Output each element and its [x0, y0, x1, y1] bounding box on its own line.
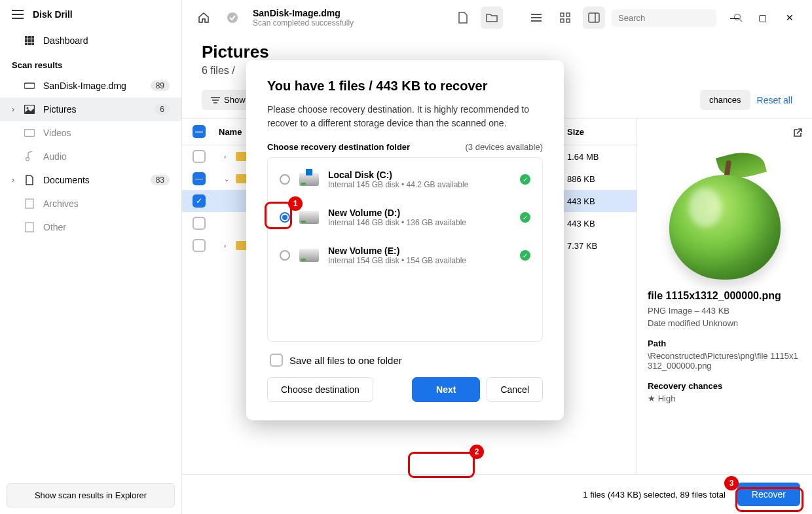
svg-rect-4 [28, 39, 31, 42]
svg-rect-15 [26, 223, 33, 232]
chevron-right-icon[interactable]: › [224, 153, 231, 160]
chances-filter-button[interactable]: chances [700, 90, 750, 110]
disk-icon [299, 249, 319, 262]
search-input[interactable] [618, 13, 728, 23]
select-all-checkbox[interactable]: — [193, 125, 206, 138]
count-badge: 6 [155, 104, 170, 115]
panel-view-icon[interactable] [583, 7, 605, 29]
page-title: Pictures [202, 42, 792, 62]
cell-size: 443 KB [567, 196, 626, 206]
row-checkbox[interactable] [193, 150, 206, 163]
statusbar: 1 files (443 KB) selected, 89 files tota… [182, 474, 812, 514]
choose-destination-button[interactable]: Choose destination [267, 377, 373, 402]
folder-icon[interactable] [481, 7, 503, 29]
svg-rect-6 [25, 43, 28, 45]
row-checkbox[interactable] [193, 217, 206, 230]
close-button[interactable]: ✕ [778, 9, 802, 27]
svg-point-11 [27, 107, 29, 109]
maximize-button[interactable]: ▢ [750, 9, 774, 27]
cell-size: 1.64 MB [567, 152, 626, 162]
reset-all-link[interactable]: Reset all [757, 95, 792, 105]
svg-rect-21 [566, 13, 570, 16]
preview-type: PNG Image – 443 KB [648, 306, 802, 316]
svg-point-16 [227, 12, 238, 23]
preview-path: \Reconstructed\Pictures\png\file 1115x13… [648, 351, 802, 371]
svg-rect-23 [566, 19, 570, 22]
sidebar-section-label: Scan results [0, 52, 181, 74]
cell-size: 886 KB [567, 174, 626, 184]
radio-button[interactable] [280, 212, 290, 223]
chances-label: Recovery chances [648, 381, 802, 391]
cell-size: 7.37 KB [567, 241, 626, 251]
row-checkbox[interactable]: ✓ [193, 194, 206, 208]
sidebar-item-pictures[interactable]: › Pictures 6 [0, 98, 181, 121]
preview-chances: ★ High [648, 394, 802, 403]
recover-button[interactable]: Recover [737, 483, 800, 506]
svg-rect-9 [24, 83, 35, 88]
chevron-right-icon[interactable]: › [224, 242, 231, 249]
save-all-checkbox[interactable] [270, 354, 283, 367]
scan-title: SanDisk-Image.dmg [253, 8, 354, 18]
app-title: Disk Drill [33, 9, 73, 20]
sidebar-item-audio[interactable]: Audio [0, 145, 181, 168]
sidebar-item-archives[interactable]: Archives [0, 192, 181, 215]
devices-count: (3 devices available) [465, 142, 543, 152]
disk-icon [299, 211, 319, 224]
filter-icon [211, 96, 220, 104]
next-button[interactable]: Next [412, 377, 480, 402]
preview-filename: file 1115x1312_000000.png [648, 290, 802, 302]
row-checkbox[interactable]: — [193, 172, 206, 185]
audio-icon [24, 151, 35, 162]
minimize-button[interactable]: — [723, 9, 747, 27]
column-size[interactable]: Size [567, 127, 626, 137]
home-icon[interactable] [193, 7, 215, 29]
topbar: SanDisk-Image.dmg Scan completed success… [182, 0, 812, 35]
sidebar-item-sandisk[interactable]: SanDisk-Image.dmg 89 [0, 74, 181, 98]
destination-sub: Internal 154 GB disk • 154 GB available [328, 256, 466, 265]
sidebar-item-label: Other [43, 222, 66, 232]
open-external-icon[interactable] [792, 128, 803, 138]
search-box[interactable] [612, 9, 716, 27]
row-checkbox[interactable] [193, 239, 206, 252]
status-ok-icon: ✓ [520, 212, 530, 223]
sidebar: Disk Drill Dashboard Scan results SanDis… [0, 0, 182, 514]
chevron-down-icon[interactable]: ⌄ [224, 175, 231, 183]
svg-rect-0 [25, 36, 28, 39]
grid-view-icon[interactable] [554, 7, 576, 29]
videos-icon [24, 129, 35, 137]
filter-label: Show [224, 95, 246, 105]
annotation-badge-2: 2 [470, 445, 484, 459]
destination-item[interactable]: New Volume (E:) Internal 154 GB disk • 1… [268, 236, 542, 274]
svg-rect-20 [561, 13, 564, 16]
destination-item[interactable]: Local Disk (C:) Internal 145 GB disk • 4… [268, 160, 542, 198]
sidebar-item-label: Archives [43, 198, 79, 209]
svg-rect-14 [26, 199, 33, 208]
sidebar-item-label: Documents [43, 175, 90, 185]
destination-item[interactable]: New Volume (D:) Internal 146 GB disk • 1… [268, 198, 542, 236]
sidebar-item-dashboard[interactable]: Dashboard [0, 29, 181, 52]
svg-rect-12 [25, 130, 35, 137]
sidebar-item-label: SanDisk-Image.dmg [43, 81, 126, 91]
filter-label: chances [709, 95, 741, 105]
cancel-button[interactable]: Cancel [487, 377, 543, 402]
file-icon[interactable] [452, 7, 474, 29]
list-view-icon[interactable] [525, 7, 547, 29]
show-in-explorer-button[interactable]: Show scan results in Explorer [7, 483, 175, 507]
sidebar-item-other[interactable]: Other [0, 215, 181, 239]
radio-button[interactable] [280, 174, 290, 185]
svg-rect-2 [31, 36, 34, 39]
scan-subtitle: Scan completed successfully [253, 18, 354, 28]
svg-rect-3 [25, 39, 28, 42]
radio-button[interactable] [280, 250, 290, 261]
chevron-right-icon: › [12, 175, 14, 185]
path-label: Path [648, 339, 802, 348]
hamburger-icon[interactable] [12, 10, 24, 19]
svg-rect-7 [28, 43, 31, 45]
sidebar-item-videos[interactable]: Videos [0, 121, 181, 145]
destination-sub: Internal 146 GB disk • 136 GB available [328, 218, 466, 227]
destination-name: New Volume (D:) [328, 208, 466, 218]
sidebar-item-documents[interactable]: › Documents 83 [0, 168, 181, 192]
disk-icon [24, 82, 35, 90]
status-text: 1 files (443 KB) selected, 89 files tota… [583, 490, 726, 500]
count-badge: 83 [151, 175, 170, 185]
